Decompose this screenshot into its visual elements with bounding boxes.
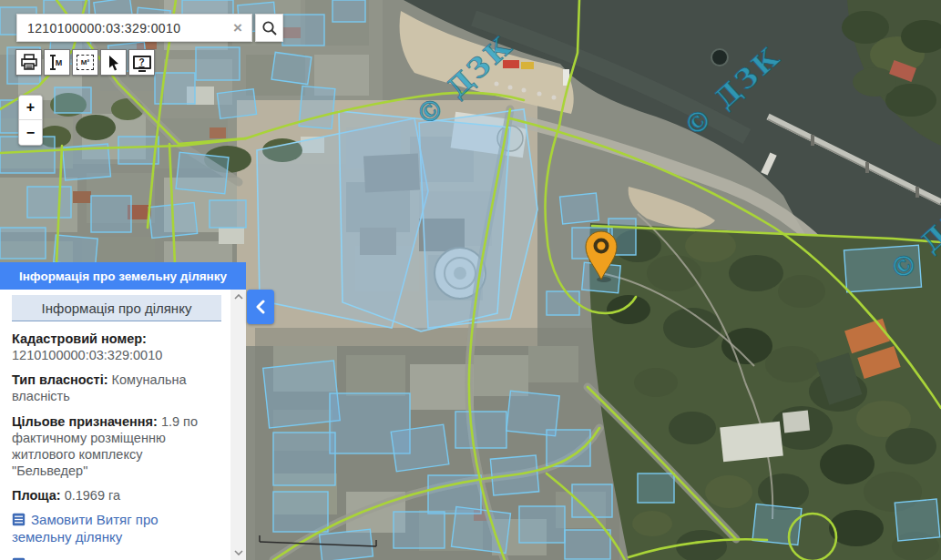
magnifier-icon	[261, 20, 278, 36]
field-area: Площа: 0.1969 га	[12, 487, 221, 504]
panel-scrollbar[interactable]	[230, 290, 246, 560]
search-button[interactable]	[255, 14, 283, 42]
measure-area-icon: M²	[77, 55, 94, 70]
printer-icon	[20, 54, 38, 71]
pointer-tool-button[interactable]	[100, 49, 127, 76]
zoom-in-button[interactable]: +	[19, 96, 42, 120]
field-purpose: Цільове призначення: 1.9 по фактичному р…	[12, 413, 221, 480]
scroll-up-icon[interactable]	[230, 290, 246, 304]
clear-icon[interactable]: ×	[224, 15, 251, 41]
search-input[interactable]	[17, 21, 224, 36]
link-order-valuation-extract[interactable]: Замовити Витяг про нормативну грошову оц…	[12, 556, 221, 560]
map-toolbar: M M² ?	[15, 49, 155, 76]
water-fountain	[711, 49, 728, 66]
print-button[interactable]	[15, 49, 42, 76]
monitor-question-icon: ?	[133, 56, 151, 69]
measure-length-icon: M	[52, 56, 63, 69]
measure-length-button[interactable]: M	[44, 49, 70, 76]
help-identify-button[interactable]: ?	[128, 49, 155, 76]
field-ownership-type: Тип власності: Комунальна власність	[12, 372, 221, 404]
collapse-panel-button[interactable]	[247, 290, 274, 324]
tab-parcel-info[interactable]: Інформація про ділянку	[12, 295, 221, 321]
field-cadastral-number: Кадастровий номер: 1210100000:03:329:001…	[12, 331, 221, 363]
cadastral-map-app: © ДЗК © ДЗК © ДЗК ×	[0, 0, 941, 560]
panel-title: Інформація про земельну ділянку	[0, 262, 246, 290]
info-panel: Інформація про ділянку Кадастровий номер…	[0, 290, 246, 560]
measure-area-button[interactable]: M²	[72, 49, 98, 76]
document-list-icon	[12, 513, 26, 526]
cursor-arrow-icon	[107, 55, 121, 71]
scroll-down-icon[interactable]	[230, 545, 246, 560]
chevron-left-icon	[254, 300, 267, 314]
search-bar: ×	[16, 14, 252, 42]
zoom-control: + −	[18, 95, 43, 146]
document-list-icon	[12, 557, 26, 560]
zoom-out-button[interactable]: −	[19, 120, 42, 145]
link-order-parcel-extract[interactable]: Замовити Витяг про земельну ділянку	[12, 512, 221, 546]
